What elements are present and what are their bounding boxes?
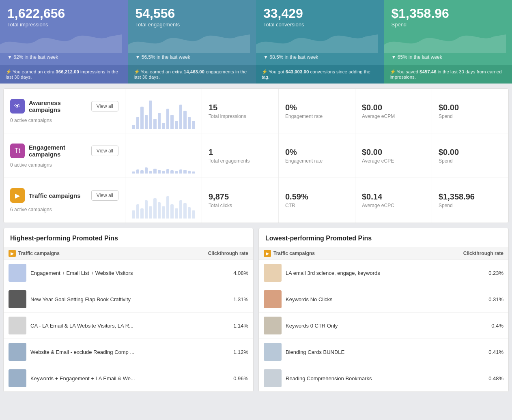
pin-row: CA - LA Email & LA Website Visitors, LA …: [4, 313, 253, 339]
stat-card-spend: $1,358.96 Spend ▼ 65% in the last week: [384, 0, 512, 65]
campaign-stat2-traffic: 0.59% CTR: [279, 178, 355, 223]
chart-bar: [158, 170, 161, 174]
chart-bar: [162, 171, 165, 174]
chart-bar: [188, 117, 191, 129]
pin-thumbnail: [264, 343, 282, 361]
campaign-stat2-engagement: 0% Engagement rate: [279, 133, 355, 178]
stat-value: $0.00: [439, 148, 502, 157]
campaign-name-traffic: Traffic campaigns: [29, 192, 87, 199]
stat-label: Average eCPM: [362, 114, 425, 119]
campaign-stat1-traffic: 9,875 Total clicks: [202, 178, 279, 223]
pin-name: Keywords No Clicks: [286, 296, 484, 302]
chart-bar: [170, 115, 174, 129]
campaign-stat4-awareness: $0.00 Spend: [432, 89, 508, 133]
campaign-chart-traffic: [125, 178, 202, 223]
pin-name: Reading Comprehension Bookmarks: [286, 375, 484, 381]
campaign-stat1-awareness: 15 Total impressions: [202, 89, 279, 133]
chart-bar: [140, 107, 144, 129]
campaign-row-awareness: 👁 Awareness campaigns View all 0 active …: [4, 89, 508, 133]
chart-bar: [166, 109, 170, 129]
top-stats-section: 1,622,656 Total impressions ▼ 62% in the…: [0, 0, 512, 65]
chart-bar: [140, 170, 144, 174]
chart-bar: [136, 117, 140, 129]
pin-row: Engagement + Email List + Website Visito…: [4, 260, 253, 286]
pin-row: Keywords + Engagement + LA Email & We...…: [4, 365, 253, 392]
stat-info-engagements: ⚡ You earned an extra 14,463.00 engageme…: [128, 65, 256, 84]
stat-label: Total engagements: [209, 158, 272, 164]
stat-trend-conversions: ▼ 68.5% in the last week: [263, 54, 377, 60]
stat-card-conversions: 33,429 Total conversions ▼ 68.5% in the …: [256, 0, 384, 65]
pin-rate: 1.31%: [233, 296, 248, 302]
pin-row: LA email 3rd science, engage, keywords 0…: [259, 260, 508, 286]
view-all-button-traffic[interactable]: View all: [91, 190, 118, 201]
stat-label-conversions: Total conversions: [263, 21, 377, 28]
stat-big-number-engagements: 54,556: [136, 6, 249, 21]
chart-bar: [149, 171, 152, 174]
stat-value: $1,358.96: [439, 192, 502, 201]
chart-bar: [166, 196, 170, 219]
campaign-icon-awareness: 👁: [10, 99, 25, 114]
chart-bar: [153, 169, 157, 174]
pin-name: Engagement + Email List + Website Visito…: [30, 270, 229, 276]
pin-row: Keywords No Clicks 0.31%: [259, 286, 508, 313]
stat-value: 15: [209, 103, 272, 112]
chart-bar: [192, 121, 195, 129]
chart-bar: [158, 113, 161, 129]
view-all-button-awareness[interactable]: View all: [91, 101, 118, 111]
stat-big-number-impressions: 1,622,656: [7, 6, 121, 21]
active-count-traffic: 6 active campaigns: [10, 207, 118, 212]
pin-thumbnail: [264, 369, 282, 387]
stat-value: 0.59%: [285, 192, 349, 201]
highest-pins-panel: Highest-performing Promoted Pins ▶ Traff…: [3, 228, 254, 392]
stat-big-number-conversions: 33,429: [263, 6, 377, 21]
pin-rate: 1.12%: [233, 349, 248, 355]
stat-trend-spend: ▼ 65% in the last week: [392, 54, 505, 60]
pin-row: Blending Cards BUNDLE 0.41%: [259, 339, 508, 365]
stat-info-bar: ⚡ You earned an extra 366,212.00 impress…: [0, 65, 512, 84]
campaign-stat3-engagement: $0.00 Average eCPE: [355, 133, 432, 178]
stat-value: $0.14: [362, 192, 425, 201]
stat-info-conversions: ⚡ You got 643,003.00 conversions since a…: [256, 65, 384, 84]
active-count-awareness: 0 active campaigns: [10, 118, 118, 123]
stat-label: Total impressions: [209, 114, 272, 119]
chart-bar: [149, 206, 152, 219]
campaign-stat1-engagement: 1 Total engagements: [202, 133, 279, 178]
panel-header-row: ▶ Traffic campaigns Clickthrough rate: [4, 247, 253, 260]
pin-name: Website & Email - exclude Reading Comp .…: [30, 349, 229, 355]
chart-bar: [149, 101, 152, 129]
chart-bar: [153, 119, 157, 129]
chart-bar: [170, 170, 174, 174]
pin-thumbnail: [9, 369, 26, 387]
pin-row: Website & Email - exclude Reading Comp .…: [4, 339, 253, 365]
panel-campaign-type: ▶ Traffic campaigns: [9, 250, 205, 257]
stat-label: Total clicks: [209, 203, 272, 208]
pin-name: LA email 3rd science, engage, keywords: [286, 270, 484, 276]
pin-name: Keywords 0 CTR Only: [286, 323, 487, 329]
chart-bar: [175, 171, 178, 174]
lowest-pins-panel: Lowest-performing Promoted Pins ▶ Traffi…: [258, 228, 509, 392]
pin-rate: 0.48%: [488, 375, 503, 381]
campaign-info-awareness: 👁 Awareness campaigns View all 0 active …: [4, 89, 125, 133]
chart-bar: [145, 115, 148, 129]
pin-row: Keywords 0 CTR Only 0.4%: [259, 313, 508, 339]
campaign-stat4-engagement: $0.00 Spend: [432, 133, 508, 178]
stat-info-impressions: ⚡ You earned an extra 366,212.00 impress…: [0, 65, 128, 84]
chart-bar: [153, 198, 157, 219]
pin-row: New Year Goal Setting Flap Book Craftivi…: [4, 286, 253, 313]
stat-value: 0%: [285, 148, 349, 157]
chart-bar: [188, 207, 191, 219]
chart-bar: [136, 169, 140, 174]
stat-value: $0.00: [362, 148, 425, 157]
stat-value: $0.00: [439, 103, 502, 112]
stat-label-impressions: Total impressions: [7, 21, 121, 28]
pin-rate: 0.96%: [233, 375, 248, 381]
campaign-stat2-awareness: 0% Engagement rate: [279, 89, 355, 133]
chart-bar: [170, 204, 174, 219]
panel-col-header: Clickthrough rate: [208, 251, 248, 256]
chart-bar: [179, 200, 183, 219]
campaign-stat4-traffic: $1,358.96 Spend: [432, 178, 508, 223]
stat-info-spend: ⚡ You saved $457.46 in the last 30 days …: [384, 65, 512, 84]
campaign-stat3-awareness: $0.00 Average eCPM: [355, 89, 432, 133]
pin-rate: 0.31%: [488, 296, 503, 302]
view-all-button-engagement[interactable]: View all: [91, 146, 118, 156]
